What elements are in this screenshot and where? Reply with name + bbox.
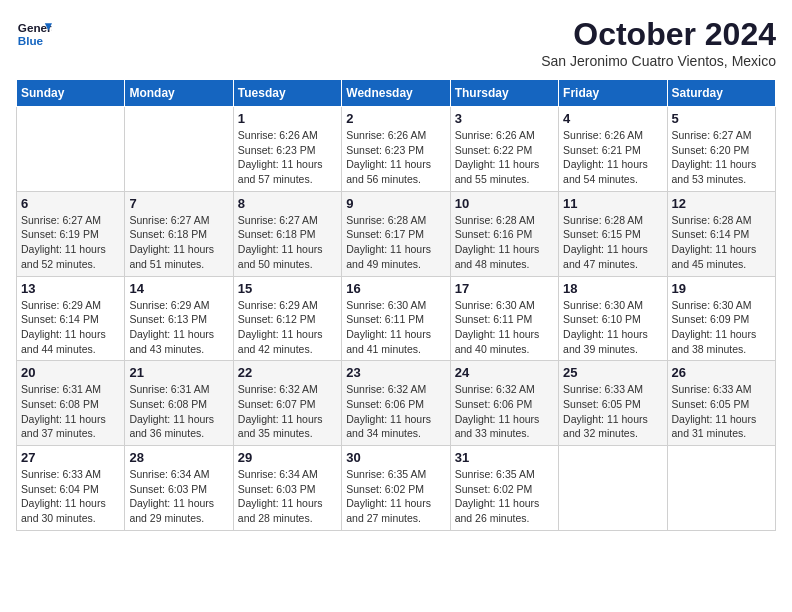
day-number: 19	[672, 281, 771, 296]
day-cell: 16Sunrise: 6:30 AM Sunset: 6:11 PM Dayli…	[342, 276, 450, 361]
day-number: 16	[346, 281, 445, 296]
day-cell: 11Sunrise: 6:28 AM Sunset: 6:15 PM Dayli…	[559, 191, 667, 276]
day-cell: 31Sunrise: 6:35 AM Sunset: 6:02 PM Dayli…	[450, 446, 558, 531]
day-number: 10	[455, 196, 554, 211]
day-info: Sunrise: 6:26 AM Sunset: 6:21 PM Dayligh…	[563, 128, 662, 187]
day-cell: 9Sunrise: 6:28 AM Sunset: 6:17 PM Daylig…	[342, 191, 450, 276]
day-cell: 15Sunrise: 6:29 AM Sunset: 6:12 PM Dayli…	[233, 276, 341, 361]
day-cell: 12Sunrise: 6:28 AM Sunset: 6:14 PM Dayli…	[667, 191, 775, 276]
day-number: 17	[455, 281, 554, 296]
day-cell: 13Sunrise: 6:29 AM Sunset: 6:14 PM Dayli…	[17, 276, 125, 361]
day-number: 12	[672, 196, 771, 211]
day-info: Sunrise: 6:28 AM Sunset: 6:14 PM Dayligh…	[672, 213, 771, 272]
day-number: 14	[129, 281, 228, 296]
day-number: 30	[346, 450, 445, 465]
header-row: SundayMondayTuesdayWednesdayThursdayFrid…	[17, 80, 776, 107]
day-info: Sunrise: 6:26 AM Sunset: 6:23 PM Dayligh…	[238, 128, 337, 187]
day-cell: 7Sunrise: 6:27 AM Sunset: 6:18 PM Daylig…	[125, 191, 233, 276]
day-info: Sunrise: 6:26 AM Sunset: 6:22 PM Dayligh…	[455, 128, 554, 187]
day-number: 24	[455, 365, 554, 380]
day-cell: 14Sunrise: 6:29 AM Sunset: 6:13 PM Dayli…	[125, 276, 233, 361]
day-number: 9	[346, 196, 445, 211]
day-info: Sunrise: 6:32 AM Sunset: 6:06 PM Dayligh…	[455, 382, 554, 441]
day-info: Sunrise: 6:30 AM Sunset: 6:10 PM Dayligh…	[563, 298, 662, 357]
day-info: Sunrise: 6:31 AM Sunset: 6:08 PM Dayligh…	[21, 382, 120, 441]
day-info: Sunrise: 6:30 AM Sunset: 6:11 PM Dayligh…	[455, 298, 554, 357]
day-info: Sunrise: 6:29 AM Sunset: 6:12 PM Dayligh…	[238, 298, 337, 357]
day-info: Sunrise: 6:28 AM Sunset: 6:15 PM Dayligh…	[563, 213, 662, 272]
day-cell	[559, 446, 667, 531]
day-number: 6	[21, 196, 120, 211]
day-info: Sunrise: 6:27 AM Sunset: 6:20 PM Dayligh…	[672, 128, 771, 187]
day-cell: 28Sunrise: 6:34 AM Sunset: 6:03 PM Dayli…	[125, 446, 233, 531]
day-cell: 24Sunrise: 6:32 AM Sunset: 6:06 PM Dayli…	[450, 361, 558, 446]
week-row-0: 1Sunrise: 6:26 AM Sunset: 6:23 PM Daylig…	[17, 107, 776, 192]
day-cell: 8Sunrise: 6:27 AM Sunset: 6:18 PM Daylig…	[233, 191, 341, 276]
day-info: Sunrise: 6:33 AM Sunset: 6:05 PM Dayligh…	[672, 382, 771, 441]
day-number: 7	[129, 196, 228, 211]
day-info: Sunrise: 6:27 AM Sunset: 6:18 PM Dayligh…	[238, 213, 337, 272]
week-row-1: 6Sunrise: 6:27 AM Sunset: 6:19 PM Daylig…	[17, 191, 776, 276]
day-info: Sunrise: 6:30 AM Sunset: 6:09 PM Dayligh…	[672, 298, 771, 357]
day-cell: 3Sunrise: 6:26 AM Sunset: 6:22 PM Daylig…	[450, 107, 558, 192]
day-info: Sunrise: 6:32 AM Sunset: 6:07 PM Dayligh…	[238, 382, 337, 441]
day-number: 8	[238, 196, 337, 211]
day-number: 2	[346, 111, 445, 126]
header-day-sunday: Sunday	[17, 80, 125, 107]
day-info: Sunrise: 6:30 AM Sunset: 6:11 PM Dayligh…	[346, 298, 445, 357]
day-number: 18	[563, 281, 662, 296]
day-info: Sunrise: 6:28 AM Sunset: 6:16 PM Dayligh…	[455, 213, 554, 272]
day-cell: 18Sunrise: 6:30 AM Sunset: 6:10 PM Dayli…	[559, 276, 667, 361]
day-number: 26	[672, 365, 771, 380]
day-info: Sunrise: 6:32 AM Sunset: 6:06 PM Dayligh…	[346, 382, 445, 441]
day-info: Sunrise: 6:29 AM Sunset: 6:13 PM Dayligh…	[129, 298, 228, 357]
day-info: Sunrise: 6:29 AM Sunset: 6:14 PM Dayligh…	[21, 298, 120, 357]
day-number: 11	[563, 196, 662, 211]
logo: General Blue	[16, 16, 52, 52]
day-info: Sunrise: 6:33 AM Sunset: 6:04 PM Dayligh…	[21, 467, 120, 526]
day-number: 28	[129, 450, 228, 465]
day-cell: 5Sunrise: 6:27 AM Sunset: 6:20 PM Daylig…	[667, 107, 775, 192]
day-cell: 22Sunrise: 6:32 AM Sunset: 6:07 PM Dayli…	[233, 361, 341, 446]
day-cell: 1Sunrise: 6:26 AM Sunset: 6:23 PM Daylig…	[233, 107, 341, 192]
day-number: 13	[21, 281, 120, 296]
day-cell	[667, 446, 775, 531]
calendar-body: 1Sunrise: 6:26 AM Sunset: 6:23 PM Daylig…	[17, 107, 776, 531]
header-day-monday: Monday	[125, 80, 233, 107]
day-info: Sunrise: 6:27 AM Sunset: 6:19 PM Dayligh…	[21, 213, 120, 272]
calendar: SundayMondayTuesdayWednesdayThursdayFrid…	[16, 79, 776, 531]
header: General Blue October 2024 San Jeronimo C…	[16, 16, 776, 69]
month-title: October 2024	[541, 16, 776, 53]
day-cell: 19Sunrise: 6:30 AM Sunset: 6:09 PM Dayli…	[667, 276, 775, 361]
day-number: 22	[238, 365, 337, 380]
day-number: 27	[21, 450, 120, 465]
day-info: Sunrise: 6:27 AM Sunset: 6:18 PM Dayligh…	[129, 213, 228, 272]
day-number: 5	[672, 111, 771, 126]
header-day-friday: Friday	[559, 80, 667, 107]
day-info: Sunrise: 6:35 AM Sunset: 6:02 PM Dayligh…	[455, 467, 554, 526]
day-number: 21	[129, 365, 228, 380]
day-number: 1	[238, 111, 337, 126]
day-info: Sunrise: 6:31 AM Sunset: 6:08 PM Dayligh…	[129, 382, 228, 441]
day-cell: 27Sunrise: 6:33 AM Sunset: 6:04 PM Dayli…	[17, 446, 125, 531]
header-day-tuesday: Tuesday	[233, 80, 341, 107]
day-cell: 20Sunrise: 6:31 AM Sunset: 6:08 PM Dayli…	[17, 361, 125, 446]
day-info: Sunrise: 6:28 AM Sunset: 6:17 PM Dayligh…	[346, 213, 445, 272]
header-day-saturday: Saturday	[667, 80, 775, 107]
day-cell: 29Sunrise: 6:34 AM Sunset: 6:03 PM Dayli…	[233, 446, 341, 531]
day-cell	[125, 107, 233, 192]
day-number: 29	[238, 450, 337, 465]
subtitle: San Jeronimo Cuatro Vientos, Mexico	[541, 53, 776, 69]
day-cell: 30Sunrise: 6:35 AM Sunset: 6:02 PM Dayli…	[342, 446, 450, 531]
week-row-4: 27Sunrise: 6:33 AM Sunset: 6:04 PM Dayli…	[17, 446, 776, 531]
day-number: 15	[238, 281, 337, 296]
day-cell: 26Sunrise: 6:33 AM Sunset: 6:05 PM Dayli…	[667, 361, 775, 446]
day-number: 25	[563, 365, 662, 380]
day-cell: 23Sunrise: 6:32 AM Sunset: 6:06 PM Dayli…	[342, 361, 450, 446]
title-area: October 2024 San Jeronimo Cuatro Vientos…	[541, 16, 776, 69]
day-cell: 21Sunrise: 6:31 AM Sunset: 6:08 PM Dayli…	[125, 361, 233, 446]
day-number: 4	[563, 111, 662, 126]
day-cell: 17Sunrise: 6:30 AM Sunset: 6:11 PM Dayli…	[450, 276, 558, 361]
header-day-wednesday: Wednesday	[342, 80, 450, 107]
svg-text:General: General	[18, 21, 52, 34]
